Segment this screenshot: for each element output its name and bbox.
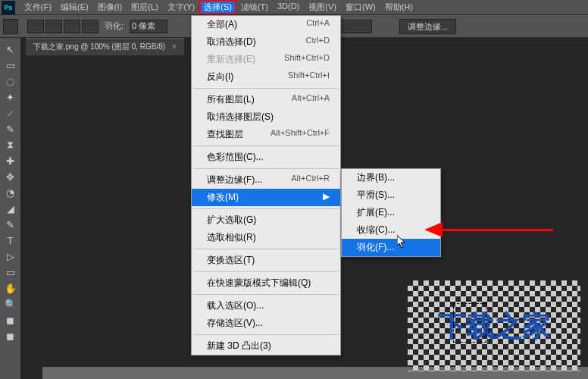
menubar: Ps 文件(F)编辑(E)图像(I)图层(L)文字(Y)选择(S)滤镜(T)3D… (0, 0, 588, 15)
menu-separator (193, 334, 339, 335)
ps-logo: Ps (2, 1, 15, 14)
menu-entry-12[interactable]: 修改(M)▶ (192, 189, 340, 206)
menu-separator (193, 294, 339, 295)
menu-entry-5[interactable]: 所有图层(L)Alt+Ctrl+A (192, 91, 340, 108)
menu-entry-7[interactable]: 查找图层Alt+Shift+Ctrl+F (192, 126, 340, 143)
tool-18[interactable]: ◼ (2, 328, 19, 343)
menu-entry-24[interactable]: 新建 3D 凸出(3) (192, 337, 340, 355)
tool-0[interactable]: ↖ (2, 42, 19, 57)
tool-17[interactable]: ◼ (2, 312, 19, 327)
tool-12[interactable]: T (2, 233, 19, 248)
tool-9[interactable]: ◔ (2, 185, 19, 200)
toolbox: ↖▭◌✦⟋✎⧗✚✥◔◢✎T▷▭✋🔍◼◼ (0, 38, 21, 379)
menu-entry-22[interactable]: 存储选区(V)... (192, 315, 340, 332)
menu-item-10[interactable]: 帮助(H) (380, 0, 418, 14)
preview-thumbnail: 下载之家 (408, 280, 580, 371)
menu-separator (193, 208, 339, 209)
menu-separator (193, 168, 339, 169)
menu-item-0[interactable]: 文件(F) (20, 0, 56, 14)
photoshop-window: Ps 文件(F)编辑(E)图像(I)图层(L)文字(Y)选择(S)滤镜(T)3D… (0, 0, 588, 379)
menu-entry-15[interactable]: 选取相似(R) (192, 229, 340, 246)
submenu-entry-4[interactable]: 羽化(F)... (342, 239, 440, 256)
menu-item-9[interactable]: 窗口(W) (341, 0, 380, 14)
menu-entry-17[interactable]: 变换选区(T) (192, 252, 340, 269)
menu-entry-21[interactable]: 载入选区(O)... (192, 297, 340, 315)
tool-14[interactable]: ▭ (2, 265, 19, 280)
selection-mode-icons (27, 20, 99, 33)
tool-16[interactable]: 🔍 (2, 296, 19, 312)
select-menu-dropdown: 全部(A)Ctrl+A取消选择(D)Ctrl+D重新选择(E)Shift+Ctr… (191, 15, 341, 356)
menu-separator (193, 271, 339, 272)
menu-separator (193, 146, 339, 146)
menu-item-4[interactable]: 文字(Y) (163, 0, 200, 14)
tool-6[interactable]: ⧗ (2, 137, 19, 152)
menu-entry-14[interactable]: 扩大选取(G) (192, 211, 340, 229)
menu-entry-2: 重新选择(E)Shift+Ctrl+D (192, 51, 340, 68)
menu-entry-0[interactable]: 全部(A)Ctrl+A (192, 16, 340, 33)
tool-1[interactable]: ▭ (2, 58, 19, 73)
tool-8[interactable]: ✥ (2, 169, 19, 184)
tool-13[interactable]: ▷ (2, 249, 19, 264)
menu-item-1[interactable]: 编辑(E) (56, 0, 93, 14)
tool-3[interactable]: ✦ (2, 89, 19, 105)
tool-10[interactable]: ◢ (2, 201, 19, 216)
menu-entry-19[interactable]: 在快速蒙版模式下编辑(Q) (192, 274, 340, 292)
menu-separator (193, 249, 339, 249)
tool-11[interactable]: ✎ (2, 217, 19, 232)
submenu-entry-0[interactable]: 边界(B)... (342, 169, 440, 186)
tool-7[interactable]: ✚ (2, 153, 19, 168)
submenu-entry-1[interactable]: 平滑(S)... (342, 186, 440, 204)
menu-entry-11[interactable]: 调整边缘(F)...Alt+Ctrl+R (192, 171, 340, 189)
menu-item-8[interactable]: 视图(V) (304, 0, 341, 14)
submenu-arrow-icon: ▶ (323, 191, 330, 204)
tool-5[interactable]: ✎ (2, 121, 19, 136)
menu-item-2[interactable]: 图像(I) (93, 0, 127, 14)
close-icon[interactable]: × (172, 42, 177, 51)
feather-label: 羽化: (105, 20, 124, 32)
sel-int-icon[interactable] (82, 20, 99, 33)
document-tab-label: 下载之家.png @ 100% (图层 0, RGB/8) (33, 42, 165, 51)
feather-input[interactable]: 0 像素 (130, 20, 167, 33)
menu-entry-3[interactable]: 反向(I)Shift+Ctrl+I (192, 68, 340, 86)
sel-new-icon[interactable] (27, 20, 44, 33)
menu-item-5[interactable]: 选择(S) (199, 0, 236, 14)
sel-sub-icon[interactable] (64, 20, 80, 33)
selection-marquee (453, 303, 486, 343)
tool-2[interactable]: ◌ (2, 74, 19, 89)
tool-4[interactable]: ⟋ (2, 105, 19, 121)
submenu-entry-3[interactable]: 收缩(C)... (342, 221, 440, 239)
tool-15[interactable]: ✋ (2, 280, 19, 296)
menu-item-3[interactable]: 图层(L) (127, 0, 162, 14)
menu-separator (193, 88, 339, 89)
menu-item-7[interactable]: 3D(D) (273, 0, 304, 14)
refine-edge-button[interactable]: 调整边缘... (399, 19, 456, 34)
menu-item-6[interactable]: 滤镜(T) (236, 0, 273, 14)
menu-entry-9[interactable]: 色彩范围(C)... (192, 149, 340, 166)
submenu-entry-2[interactable]: 扩展(E)... (342, 204, 440, 221)
sel-add-icon[interactable] (45, 20, 62, 33)
modify-submenu: 边界(B)...平滑(S)...扩展(E)...收缩(C)...羽化(F)... (341, 168, 441, 257)
menu-entry-1[interactable]: 取消选择(D)Ctrl+D (192, 33, 340, 51)
tool-preset-picker[interactable] (3, 19, 18, 34)
menu-entry-6[interactable]: 取消选择图层(S) (192, 108, 340, 126)
document-tab[interactable]: 下载之家.png @ 100% (图层 0, RGB/8) × (26, 38, 184, 55)
